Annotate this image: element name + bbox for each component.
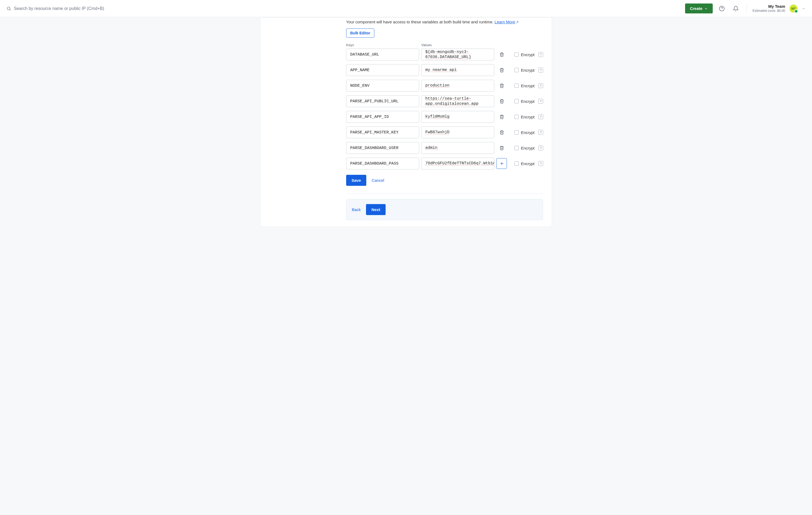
help-icon [719, 6, 725, 11]
encrypt-checkbox[interactable] [514, 52, 519, 57]
env-key-input[interactable]: PARSE_DASHBOARD_USER [346, 142, 419, 154]
encrypt-label: Encrypt [521, 130, 534, 135]
bell-icon [733, 6, 739, 11]
env-row: PARSE_DASHBOARD_PASS7OdPcGFU2fEdeTTNTsCD… [346, 158, 543, 169]
env-row: DATABASE_URL${db-mongodb-nyc3-67036.DATA… [346, 49, 543, 60]
add-row-button[interactable] [496, 158, 507, 169]
delete-row-button[interactable] [496, 80, 507, 91]
delete-row-button[interactable] [496, 111, 507, 122]
encrypt-help-button[interactable]: ? [538, 83, 543, 88]
encrypt-checkbox[interactable] [514, 130, 519, 135]
trash-icon [499, 99, 504, 104]
encrypt-help-button[interactable]: ? [538, 161, 543, 166]
encrypt-checkbox[interactable] [514, 146, 519, 150]
env-value-input[interactable]: kyfl0MsHlg [421, 111, 494, 123]
env-row: PARSE_DASHBOARD_USERadminEncrypt? [346, 142, 543, 154]
encrypt-wrap: Encrypt? [514, 67, 543, 73]
encrypt-label: Encrypt [521, 146, 534, 151]
encrypt-wrap: Encrypt? [514, 145, 543, 151]
bulk-editor-button[interactable]: Bulk Editor [346, 28, 374, 37]
trash-icon [499, 83, 504, 88]
encrypt-checkbox[interactable] [514, 68, 519, 72]
footer-nav: Back Next [346, 199, 543, 220]
delete-row-button[interactable] [496, 49, 507, 60]
delete-row-button[interactable] [496, 142, 507, 153]
save-button[interactable]: Save [346, 175, 366, 186]
encrypt-label: Encrypt [521, 161, 534, 166]
encrypt-wrap: Encrypt? [514, 130, 543, 135]
env-value-input[interactable]: FwB87wxhjD [421, 127, 494, 138]
top-bar: Create My Team Estimated costs: $0.00 MT [0, 0, 812, 17]
search-input[interactable] [14, 6, 681, 11]
env-row: NODE_ENVproductionEncrypt? [346, 80, 543, 91]
env-key-input[interactable]: PARSE_API_MASTER_KEY [346, 127, 419, 138]
env-value-input[interactable]: ${db-mongodb-nyc3-67036.DATABASE_URL} [421, 49, 494, 60]
create-button[interactable]: Create [685, 3, 713, 13]
encrypt-help-button[interactable]: ? [538, 114, 543, 119]
divider [747, 4, 747, 13]
divider [346, 193, 543, 194]
env-value-input[interactable]: my nearme api [421, 64, 494, 76]
encrypt-checkbox[interactable] [514, 99, 519, 103]
help-button[interactable] [717, 4, 727, 13]
encrypt-help-button[interactable]: ? [538, 67, 543, 73]
plus-icon [499, 161, 504, 166]
env-key-input[interactable]: PARSE_DASHBOARD_PASS [346, 158, 419, 169]
chevron-down-icon [704, 7, 708, 10]
delete-row-button[interactable] [496, 65, 507, 76]
back-button[interactable]: Back [352, 207, 361, 212]
team-name: My Team [753, 4, 785, 9]
card-inner: Your component will have access to these… [260, 18, 552, 220]
env-key-input[interactable]: APP_NAME [346, 64, 419, 76]
encrypt-checkbox[interactable] [514, 161, 519, 166]
env-value-input[interactable]: 7OdPcGFU2fEdeTTNTsCD6q7.Wtb1AWpUy [421, 158, 494, 169]
next-button[interactable]: Next [366, 204, 386, 215]
trash-icon [499, 114, 504, 119]
encrypt-label: Encrypt [521, 115, 534, 119]
values-header: Values [421, 43, 543, 47]
trash-icon [499, 67, 504, 73]
encrypt-help-button[interactable]: ? [538, 145, 543, 151]
encrypt-wrap: Encrypt? [514, 99, 543, 104]
encrypt-label: Encrypt [521, 68, 534, 73]
trash-icon [499, 130, 504, 135]
encrypt-help-button[interactable]: ? [538, 99, 543, 104]
encrypt-wrap: Encrypt? [514, 52, 543, 57]
env-row: PARSE_API_PUBLIC_URLhttps://sea-turtle-a… [346, 95, 543, 107]
delete-row-button[interactable] [496, 127, 507, 138]
delete-row-button[interactable] [496, 96, 507, 107]
env-value-input[interactable]: https://sea-turtle-app.ondigitalocean.ap… [421, 95, 494, 107]
intro-text: Your component will have access to these… [346, 18, 543, 24]
encrypt-help-button[interactable]: ? [538, 130, 543, 135]
encrypt-label: Encrypt [521, 83, 534, 88]
env-card: Your component will have access to these… [260, 17, 552, 227]
external-link-icon: ↗ [516, 20, 519, 24]
env-key-input[interactable]: NODE_ENV [346, 80, 419, 91]
cancel-button[interactable]: Cancel [372, 178, 384, 183]
notifications-button[interactable] [731, 4, 741, 13]
encrypt-checkbox[interactable] [514, 115, 519, 119]
encrypt-wrap: Encrypt? [514, 83, 543, 88]
team-cost: Estimated costs: $0.00 [753, 9, 785, 13]
form-actions: Save Cancel [346, 175, 543, 186]
avatar[interactable]: MT [789, 5, 798, 12]
encrypt-help-button[interactable]: ? [538, 52, 543, 57]
env-key-input[interactable]: DATABASE_URL [346, 49, 419, 60]
env-key-input[interactable]: PARSE_API_APP_ID [346, 111, 419, 123]
encrypt-label: Encrypt [521, 52, 534, 57]
encrypt-checkbox[interactable] [514, 83, 519, 88]
kv-rows: DATABASE_URL${db-mongodb-nyc3-67036.DATA… [346, 49, 543, 169]
env-value-input[interactable]: production [421, 80, 494, 91]
chevron-down-icon[interactable] [802, 7, 806, 10]
env-row: PARSE_API_APP_IDkyfl0MsHlgEncrypt? [346, 111, 543, 123]
page-wrap: Your component will have access to these… [0, 17, 812, 233]
search-icon [6, 6, 11, 11]
trash-icon [499, 145, 504, 151]
learn-more-link[interactable]: Learn More [495, 20, 515, 24]
env-key-input[interactable]: PARSE_API_PUBLIC_URL [346, 95, 419, 107]
avatar-badge-icon [794, 9, 798, 13]
keys-header: Keys [346, 43, 421, 47]
team-block[interactable]: My Team Estimated costs: $0.00 [753, 4, 785, 13]
svg-point-0 [7, 7, 10, 10]
env-value-input[interactable]: admin [421, 142, 494, 154]
